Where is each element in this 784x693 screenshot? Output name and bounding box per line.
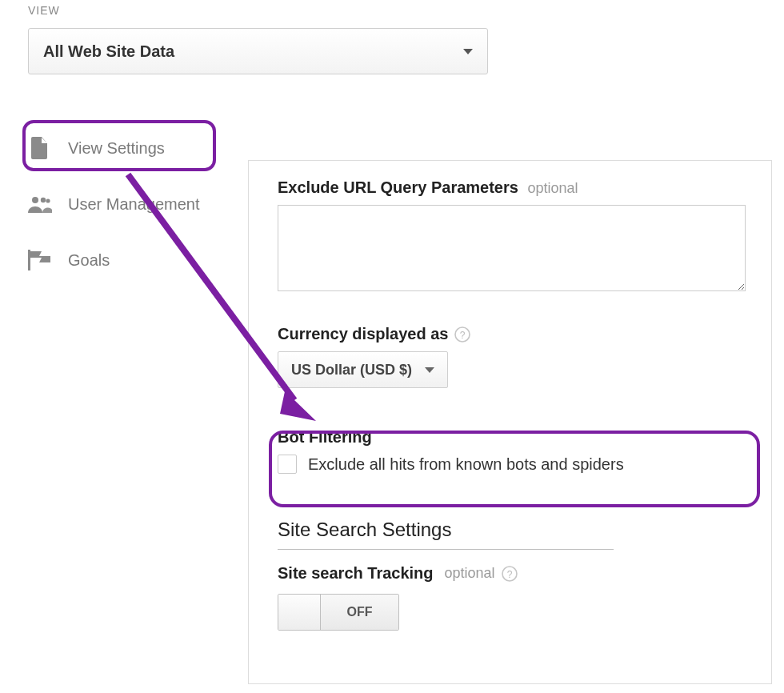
svg-point-1: [41, 198, 46, 202]
bot-filtering-label: Bot Filtering: [278, 428, 742, 447]
view-selector-value: All Web Site Data: [43, 42, 463, 61]
view-settings-panel: Exclude URL Query Parameters optional Cu…: [248, 160, 772, 684]
sidebar-item-view-settings[interactable]: View Settings: [28, 120, 228, 176]
caret-down-icon: [425, 367, 434, 373]
currency-label: Currency displayed as: [278, 325, 448, 343]
flag-icon: [28, 250, 52, 270]
help-icon[interactable]: ?: [502, 566, 518, 582]
view-column-label: VIEW: [28, 4, 60, 17]
bot-filtering-checkbox-label: Exclude all hits from known bots and spi…: [308, 455, 624, 474]
sidebar-item-label: View Settings: [68, 139, 165, 158]
users-icon: [28, 195, 52, 213]
exclude-url-params-textarea[interactable]: [278, 205, 746, 291]
bot-filtering-checkbox[interactable]: [278, 455, 297, 474]
site-search-settings-heading: Site Search Settings: [278, 519, 614, 550]
sidebar-item-user-management[interactable]: User Management: [28, 176, 228, 232]
caret-down-icon: [463, 49, 473, 54]
site-search-tracking-toggle[interactable]: OFF: [278, 594, 399, 631]
svg-text:?: ?: [460, 329, 466, 340]
svg-point-0: [32, 197, 38, 203]
site-search-tracking-label: Site search Tracking: [278, 564, 434, 583]
sidebar-item-label: User Management: [68, 195, 200, 214]
sidebar-item-goals[interactable]: Goals: [28, 232, 228, 288]
currency-select[interactable]: US Dollar (USD $): [278, 351, 448, 388]
optional-hint: optional: [527, 180, 578, 196]
svg-text:?: ?: [506, 568, 512, 579]
view-selector-dropdown[interactable]: All Web Site Data: [28, 28, 488, 74]
svg-rect-3: [28, 250, 30, 270]
view-sidebar-nav: View Settings User Management Goals: [28, 120, 228, 288]
sidebar-item-label: Goals: [68, 251, 110, 270]
toggle-state-label: OFF: [321, 595, 398, 630]
field-title-text: Exclude URL Query Parameters: [278, 178, 518, 196]
toggle-knob: [278, 595, 321, 630]
help-icon[interactable]: ?: [454, 326, 470, 342]
optional-hint: optional: [445, 565, 495, 582]
svg-point-2: [46, 198, 50, 202]
exclude-url-params-label: Exclude URL Query Parameters optional: [278, 178, 742, 197]
document-icon: [28, 137, 52, 159]
currency-select-value: US Dollar (USD $): [291, 362, 412, 379]
